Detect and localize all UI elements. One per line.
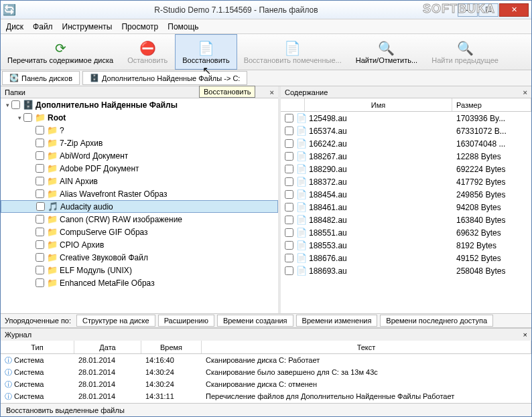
menu-view[interactable]: Просмотр — [121, 22, 158, 31]
log-row[interactable]: ⓘ Система28.01.201414:16:40Сканирование … — [1, 354, 531, 366]
tab-disks[interactable]: 💽 Панель дисков — [2, 71, 80, 85]
col-size[interactable]: Размер — [452, 98, 531, 111]
log-col-text[interactable]: Текст — [202, 341, 531, 353]
tree-checkbox[interactable] — [36, 177, 44, 185]
file-checkbox[interactable] — [285, 152, 293, 161]
log-col-type[interactable]: Тип — [1, 341, 74, 353]
tree-checkbox[interactable] — [36, 126, 44, 135]
menu-disk[interactable]: Диск — [6, 22, 23, 31]
tree-checkbox[interactable] — [36, 240, 44, 249]
file-icon: 📄 — [296, 177, 307, 187]
file-row[interactable]: 📄165374.au67331072 B... — [281, 124, 531, 137]
sort-extension[interactable]: Расширению — [158, 315, 214, 327]
tree-root-1[interactable]: ▾🗄️Дополнительно Найденные Файлы — [1, 98, 278, 111]
find-button[interactable]: 🔍 Найти/Отметить... — [349, 34, 425, 70]
file-checkbox[interactable] — [285, 266, 293, 275]
file-row[interactable]: 📄188482.au163840 Bytes — [281, 214, 531, 226]
sort-modified[interactable]: Времени изменения — [296, 315, 378, 327]
file-checkbox[interactable] — [285, 165, 293, 173]
file-row[interactable]: 📄188553.au8192 Bytes — [281, 239, 531, 252]
tree-checkbox[interactable] — [23, 113, 32, 122]
tree-checkbox[interactable] — [36, 253, 44, 262]
file-checkbox[interactable] — [285, 228, 293, 237]
folder-tree[interactable]: ▾🗄️Дополнительно Найденные Файлы▾📁Root📁?… — [1, 98, 278, 313]
tree-item[interactable]: 📁Canon (CRW) RAW изображение — [1, 213, 278, 226]
file-row[interactable]: 📄188551.au69632 Bytes — [281, 226, 531, 239]
tree-item[interactable]: 📁ELF Модуль (UNIX) — [1, 264, 278, 276]
expander-icon[interactable]: ▾ — [15, 114, 23, 121]
file-row[interactable]: 📄166242.au163074048 ... — [281, 137, 531, 150]
file-row[interactable]: 📄188461.au94208 Bytes — [281, 201, 531, 214]
stop-button[interactable]: ⛔ Остановить — [121, 34, 175, 70]
tree-checkbox[interactable] — [11, 100, 20, 109]
file-checkbox[interactable] — [285, 139, 293, 148]
file-checkbox[interactable] — [285, 114, 293, 122]
file-row[interactable]: 📄125498.au1703936 By... — [281, 112, 531, 124]
file-checkbox[interactable] — [285, 190, 293, 199]
file-icon: 📄 — [296, 139, 307, 149]
menu-help[interactable]: Помощь — [168, 22, 198, 31]
log-type: ⓘ Система — [1, 392, 74, 402]
menu-tools[interactable]: Инструменты — [62, 22, 113, 31]
log-close-icon[interactable]: × — [523, 331, 527, 339]
recover-button[interactable]: 📄 Восстановить — [175, 34, 237, 70]
menu-file[interactable]: Файл — [33, 22, 53, 31]
file-list[interactable]: 📄125498.au1703936 By...📄165374.au6733107… — [281, 112, 531, 313]
tree-item[interactable]: 🎵Audacity audio — [1, 200, 278, 213]
tree-checkbox[interactable] — [36, 139, 44, 147]
tree-checkbox[interactable] — [36, 151, 44, 160]
tree-item[interactable]: 📁Creative Звуковой Файл — [1, 251, 278, 264]
tree-item[interactable]: 📁? — [1, 124, 278, 137]
log-col-time[interactable]: Время — [141, 341, 202, 353]
file-row[interactable]: 📄188372.au417792 Bytes — [281, 175, 531, 188]
log-row[interactable]: ⓘ Система28.01.201414:31:11Перечисление … — [1, 390, 531, 402]
contents-close-icon[interactable]: × — [523, 88, 527, 96]
tree-item[interactable]: 📁Enhanced MetaFile Образ — [1, 276, 278, 289]
file-row[interactable]: 📄188290.au692224 Bytes — [281, 163, 531, 175]
tree-checkbox[interactable] — [36, 266, 44, 274]
tree-checkbox[interactable] — [36, 215, 44, 224]
file-checkbox[interactable] — [285, 177, 293, 186]
tree-item[interactable]: 📁CompuServe GIF Образ — [1, 226, 278, 238]
tree-checkbox[interactable] — [36, 202, 45, 211]
contents-pane: Содержание × Имя Размер 📄125498.au170393… — [281, 86, 531, 313]
file-checkbox[interactable] — [285, 127, 293, 135]
tree-item[interactable]: 📁Adobe PDF Документ — [1, 162, 278, 175]
tree-checkbox[interactable] — [36, 228, 44, 236]
sort-created[interactable]: Времени создания — [217, 315, 293, 327]
tab-extra-files[interactable]: 🗄️ Дополнительно Найденные Файлы -> С: — [82, 71, 247, 85]
file-row[interactable]: 📄188454.au249856 Bytes — [281, 188, 531, 201]
tree-checkbox[interactable] — [36, 278, 44, 287]
recover-icon: 📄 — [198, 40, 214, 56]
expander-icon[interactable]: ▾ — [3, 102, 11, 108]
sort-accessed[interactable]: Времени последнего доступа — [380, 315, 493, 327]
tree-item[interactable]: 📁Alias Wavefront Raster Образ — [1, 187, 278, 200]
log-row[interactable]: ⓘ Система28.01.201414:30:24Сканирование … — [1, 366, 531, 378]
tree-item[interactable]: 📁7-Zip Архив — [1, 137, 278, 149]
file-row[interactable]: 📄188267.au12288 Bytes — [281, 150, 531, 163]
stop-icon: ⛔ — [139, 40, 156, 56]
file-row[interactable]: 📄188676.au49152 Bytes — [281, 252, 531, 264]
file-checkbox[interactable] — [285, 241, 293, 250]
sort-structure[interactable]: Структуре на диске — [76, 315, 155, 327]
file-row[interactable]: 📄188693.au258048 Bytes — [281, 264, 531, 277]
file-checkbox[interactable] — [285, 254, 293, 262]
file-checkbox[interactable] — [285, 203, 293, 212]
tree-item[interactable]: 📁AbiWord Документ — [1, 149, 278, 162]
tree-root-2[interactable]: ▾📁Root — [1, 111, 278, 124]
log-row[interactable]: ⓘ Система28.01.201414:30:24Сканирование … — [1, 378, 531, 390]
log-rows[interactable]: ⓘ Система28.01.201414:16:40Сканирование … — [1, 354, 531, 403]
file-checkbox[interactable] — [285, 216, 293, 224]
tree-item[interactable]: 📁AIN Архив — [1, 175, 278, 187]
tree-checkbox[interactable] — [36, 189, 44, 198]
tree-checkbox[interactable] — [36, 164, 44, 173]
drive-icon: 🗄️ — [23, 100, 34, 110]
tree-item[interactable]: 📁CPIO Архив — [1, 238, 278, 251]
log-col-date[interactable]: Дата — [74, 341, 141, 353]
folders-close-icon[interactable]: × — [270, 88, 274, 96]
refresh-button[interactable]: ⟳ Перечитать содержимое диска — [1, 34, 121, 70]
col-name[interactable]: Имя — [305, 98, 452, 111]
close-button[interactable]: ✕ — [499, 3, 529, 17]
find-prev-button[interactable]: 🔍 Найти предыдущее — [425, 34, 506, 70]
recover-marked-button[interactable]: 📄 Восстановить помеченные... — [237, 34, 349, 70]
